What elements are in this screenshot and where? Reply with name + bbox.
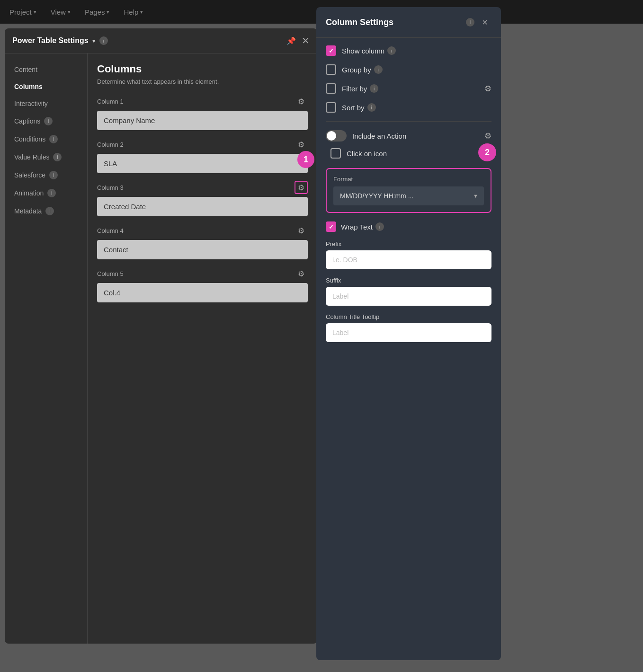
topbar-view[interactable]: View ▾ [51, 8, 71, 16]
column-5-gear-icon[interactable]: ⚙ [295, 267, 308, 280]
include-action-label: Include an Action [352, 132, 479, 140]
click-on-icon-row: Click on icon 2 [330, 148, 491, 159]
column-4-label: Column 4 [97, 227, 124, 234]
help-chevron: ▾ [140, 9, 143, 15]
conditions-info-badge[interactable]: i [49, 135, 58, 143]
filter-by-gear-icon[interactable]: ⚙ [484, 84, 491, 94]
prefix-section: Prefix [326, 240, 491, 269]
pages-chevron: ▾ [107, 9, 109, 15]
toggle-knob [327, 131, 336, 141]
pin-icon[interactable]: 📌 [286, 36, 296, 45]
group-by-checkbox[interactable] [326, 64, 336, 75]
cs-info-badge[interactable]: i [466, 18, 474, 27]
column-4-input[interactable] [97, 240, 308, 259]
format-select[interactable]: MM/DD/YYYY HH:mm ... MM/DD/YYYY YYYY-MM-… [333, 186, 484, 205]
sort-by-info-badge[interactable]: i [367, 103, 376, 112]
captions-info-badge[interactable]: i [44, 117, 53, 125]
columns-panel-desc: Determine what text appears in this elem… [97, 78, 308, 85]
valuerules-info-badge[interactable]: i [53, 153, 62, 161]
sidebar-animation-label: Animation [14, 189, 44, 197]
show-column-label: Show column i [342, 46, 491, 55]
filter-by-info-badge[interactable]: i [370, 84, 378, 93]
group-by-row: Group by i [326, 64, 491, 75]
salesforce-info-badge[interactable]: i [49, 171, 58, 179]
suffix-section: Suffix [326, 277, 491, 306]
metadata-info-badge[interactable]: i [45, 207, 54, 215]
topbar-pages[interactable]: Pages ▾ [85, 8, 110, 16]
prefix-input[interactable] [326, 250, 491, 269]
panel-info-badge[interactable]: i [99, 36, 108, 45]
sidebar-item-value-rules[interactable]: Value Rules i [5, 148, 87, 166]
panel-title: Power Table Settings [12, 36, 89, 45]
show-column-row: Show column i [326, 45, 491, 56]
animation-info-badge[interactable]: i [47, 189, 56, 197]
column-title-tooltip-input[interactable] [326, 323, 491, 342]
column-1-input[interactable] [97, 111, 308, 130]
pages-label: Pages [85, 8, 105, 16]
sidebar-metadata-label: Metadata [14, 207, 42, 215]
filter-by-label: Filter by i [342, 84, 479, 93]
project-label: Project [9, 8, 32, 16]
sidebar-interactivity-label: Interactivity [14, 100, 48, 107]
column-3-input[interactable] [97, 197, 308, 216]
column-3-gear-icon[interactable]: ⚙ [295, 181, 308, 194]
column-5-label: Column 5 [97, 270, 124, 277]
column-row-5: Column 5 ⚙ [97, 267, 308, 302]
sidebar-item-content[interactable]: Content [5, 61, 87, 78]
column-title-tooltip-label: Column Title Tooltip [326, 313, 491, 320]
topbar-project[interactable]: Project ▾ [9, 8, 36, 16]
sidebar-captions-label: Captions [14, 117, 40, 125]
column-1-header: Column 1 ⚙ [97, 95, 308, 108]
suffix-input[interactable] [326, 287, 491, 306]
sidebar-item-metadata[interactable]: Metadata i [5, 202, 87, 220]
sidebar-conditions-label: Conditions [14, 135, 45, 143]
panel-chevron[interactable]: ▾ [92, 37, 96, 44]
sort-by-checkbox[interactable] [326, 102, 336, 113]
format-label: Format [333, 176, 484, 183]
sidebar-item-interactivity[interactable]: Interactivity [5, 95, 87, 112]
sidebar-item-captions[interactable]: Captions i [5, 112, 87, 130]
group-by-info-badge[interactable]: i [374, 65, 383, 74]
show-column-info-badge[interactable]: i [387, 46, 396, 55]
column-1-gear-icon[interactable]: ⚙ [295, 95, 308, 108]
suffix-label: Suffix [326, 277, 491, 284]
sidebar-item-animation[interactable]: Animation i [5, 184, 87, 202]
column-2-header: Column 2 ⚙ [97, 138, 308, 151]
cs-divider [326, 121, 491, 122]
click-on-icon-checkbox[interactable] [330, 148, 341, 159]
column-2-label: Column 2 [97, 141, 124, 148]
column-4-header: Column 4 ⚙ [97, 224, 308, 237]
filter-by-checkbox[interactable] [326, 83, 336, 94]
cs-header: Column Settings i × [316, 7, 501, 38]
cs-close-button[interactable]: × [478, 16, 491, 29]
sidebar-item-salesforce[interactable]: Salesforce i [5, 166, 87, 184]
wrap-text-info-badge[interactable]: i [375, 222, 384, 231]
column-2-gear-icon[interactable]: ⚙ [295, 138, 308, 151]
wrap-text-checkbox[interactable] [326, 221, 336, 232]
badge-2: 2 [478, 143, 496, 161]
group-by-label: Group by i [342, 65, 491, 74]
power-table-settings-panel: Power Table Settings ▾ i 📌 ✕ Content Col… [5, 28, 317, 644]
column-5-input[interactable] [97, 283, 308, 302]
topbar-help[interactable]: Help ▾ [124, 8, 143, 16]
column-row-3: Column 3 ⚙ [97, 181, 308, 216]
sidebar-nav: Content Columns Interactivity Captions i… [5, 53, 88, 644]
sidebar-item-columns[interactable]: Columns [5, 78, 87, 95]
column-4-gear-icon[interactable]: ⚙ [295, 224, 308, 237]
include-action-toggle[interactable] [326, 130, 347, 141]
cs-title: Column Settings [326, 18, 462, 27]
sort-by-label: Sort by i [342, 103, 491, 112]
column-2-input[interactable] [97, 154, 308, 173]
click-on-icon-label: Click on icon [347, 150, 387, 158]
column-row-4: Column 4 ⚙ [97, 224, 308, 259]
column-3-header: Column 3 ⚙ [97, 181, 308, 194]
panel-body: Content Columns Interactivity Captions i… [5, 53, 317, 644]
sidebar-item-conditions[interactable]: Conditions i [5, 130, 87, 148]
column-row-1: Column 1 ⚙ [97, 95, 308, 130]
project-chevron: ▾ [34, 9, 36, 15]
include-action-gear-icon[interactable]: ⚙ [484, 131, 491, 141]
close-icon[interactable]: ✕ [302, 35, 310, 46]
panel-header-actions: 📌 ✕ [286, 35, 310, 46]
sort-by-row: Sort by i [326, 102, 491, 113]
show-column-checkbox[interactable] [326, 45, 336, 56]
